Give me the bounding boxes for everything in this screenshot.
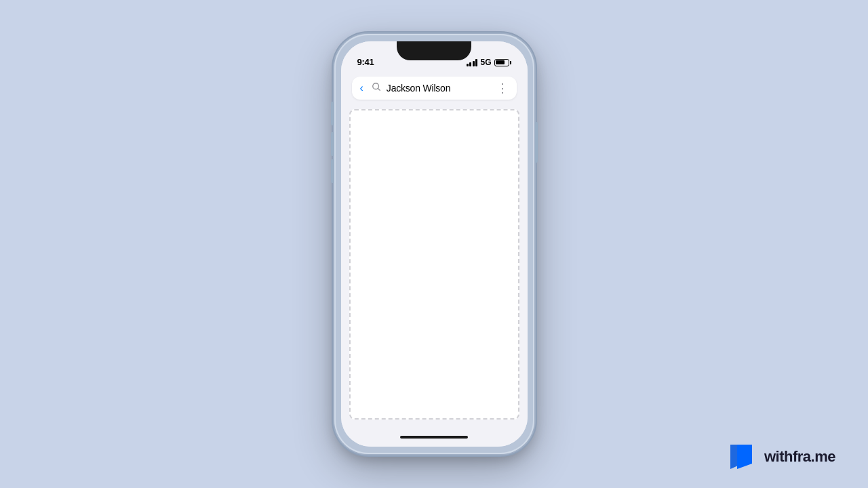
status-icons: 5G <box>467 58 511 67</box>
home-indicator <box>341 428 528 447</box>
search-input[interactable]: Jackson Wilson <box>387 83 491 94</box>
phone-screen: 9:41 5G ‹ <box>341 41 528 447</box>
status-time: 9:41 <box>357 57 374 67</box>
more-options-button[interactable]: ⋮ <box>496 82 509 94</box>
branding: withfra.me <box>728 445 835 469</box>
brand-logo-icon <box>728 445 757 469</box>
signal-bars-icon <box>467 59 478 66</box>
results-container <box>349 109 519 420</box>
svg-line-1 <box>378 88 380 90</box>
back-button[interactable]: ‹ <box>360 82 363 94</box>
svg-marker-3 <box>737 445 752 469</box>
phone-notch <box>397 41 471 60</box>
brand-name: withfra.me <box>764 448 835 466</box>
search-icon <box>372 82 381 94</box>
home-bar <box>400 436 468 439</box>
search-bar[interactable]: ‹ Jackson Wilson ⋮ <box>352 77 517 100</box>
battery-icon <box>494 59 511 66</box>
search-bar-container: ‹ Jackson Wilson ⋮ <box>341 71 528 106</box>
content-area <box>341 106 528 428</box>
phone-frame: 9:41 5G ‹ <box>334 34 534 454</box>
network-type-label: 5G <box>480 58 491 67</box>
